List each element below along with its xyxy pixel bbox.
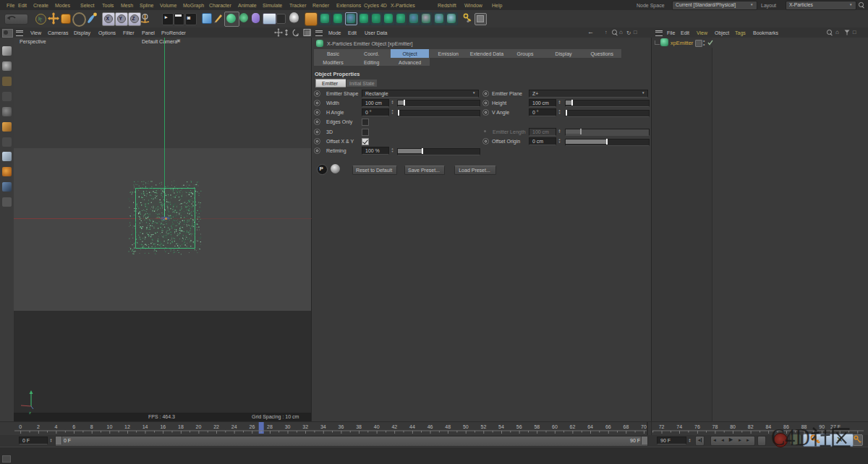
svg-text:4: 4 <box>55 424 58 429</box>
svg-text:26: 26 <box>250 424 255 429</box>
svg-text:20: 20 <box>196 424 202 429</box>
svg-text:66: 66 <box>605 424 611 429</box>
svg-text:82: 82 <box>748 424 754 429</box>
svg-text:8: 8 <box>90 424 93 429</box>
svg-text:78: 78 <box>712 424 718 429</box>
svg-text:74: 74 <box>676 424 682 429</box>
svg-text:48: 48 <box>445 424 451 429</box>
svg-text:12: 12 <box>124 424 130 429</box>
svg-text:C4D: C4D <box>771 426 810 450</box>
svg-text:64: 64 <box>587 424 593 429</box>
svg-text:16: 16 <box>160 424 166 429</box>
svg-text:54: 54 <box>498 424 504 429</box>
svg-text:62: 62 <box>570 424 576 429</box>
svg-text:36: 36 <box>339 424 344 429</box>
svg-text:2: 2 <box>37 424 40 429</box>
svg-text:24: 24 <box>231 424 237 429</box>
svg-text:46: 46 <box>427 424 433 429</box>
svg-text:18: 18 <box>178 424 184 429</box>
svg-text:70: 70 <box>641 424 647 429</box>
svg-text:40: 40 <box>374 424 380 429</box>
svg-text:60: 60 <box>552 424 558 429</box>
svg-text:80: 80 <box>730 424 736 429</box>
svg-text:34: 34 <box>320 424 326 429</box>
svg-text:72: 72 <box>659 424 665 429</box>
svg-text:56: 56 <box>516 424 522 429</box>
svg-text:22: 22 <box>213 424 219 429</box>
svg-text:50: 50 <box>463 424 469 429</box>
svg-text:42: 42 <box>391 424 397 429</box>
svg-text:76: 76 <box>694 424 700 429</box>
svg-text:z: z <box>29 411 31 415</box>
svg-text:28: 28 <box>267 424 273 429</box>
svg-text:14: 14 <box>142 424 148 429</box>
svg-text:38: 38 <box>356 424 362 429</box>
svg-text:58: 58 <box>534 424 540 429</box>
svg-text:44: 44 <box>409 424 415 429</box>
svg-text:0: 0 <box>19 424 22 429</box>
svg-text:68: 68 <box>624 424 629 429</box>
svg-text:30: 30 <box>285 424 291 429</box>
svg-text:10: 10 <box>107 424 113 429</box>
svg-text:52: 52 <box>481 424 487 429</box>
svg-text:32: 32 <box>302 424 308 429</box>
svg-text:6: 6 <box>72 424 75 429</box>
